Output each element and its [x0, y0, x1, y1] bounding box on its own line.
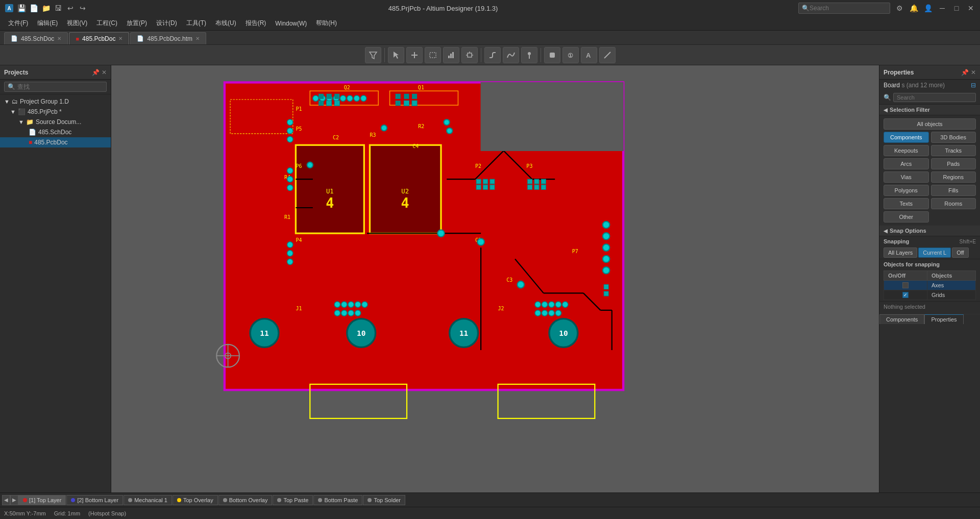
- tab-schDoc[interactable]: 📄 485.SchDoc ✕: [4, 32, 68, 44]
- pin-panel-icon[interactable]: 📌: [92, 69, 100, 76]
- minimize-button[interactable]: ─: [937, 3, 947, 13]
- layer-top-paste[interactable]: Top Paste: [273, 495, 313, 505]
- components-tab-btn[interactable]: Components: [879, 314, 924, 324]
- menu-place[interactable]: 放置(P): [122, 18, 151, 29]
- tracks-button[interactable]: Tracks: [931, 145, 976, 156]
- redo-icon[interactable]: ↪: [78, 3, 88, 13]
- axes-cb[interactable]: [902, 282, 909, 288]
- global-search-input[interactable]: [810, 5, 881, 12]
- tree-item-project-group[interactable]: ▼ 🗂 Project Group 1.D: [0, 96, 111, 107]
- polygons-button[interactable]: Polygons: [884, 185, 929, 196]
- layer-top[interactable]: [1] Top Layer: [18, 495, 66, 505]
- pin-properties-icon[interactable]: 📌: [961, 69, 969, 76]
- menu-file[interactable]: 文件(F): [4, 18, 32, 29]
- tree-item-pcbdoc[interactable]: ■ 485.PcbDoc: [0, 137, 111, 147]
- vias-button[interactable]: Vias: [884, 171, 929, 183]
- new-icon[interactable]: 📄: [29, 3, 39, 13]
- components-button[interactable]: Components: [884, 132, 929, 143]
- svg-rect-55: [396, 94, 401, 99]
- properties-tab-btn[interactable]: Properties: [924, 314, 963, 324]
- chart-button[interactable]: [443, 47, 459, 63]
- current-layer-button[interactable]: Current L: [918, 248, 951, 258]
- top-solder-dot: [368, 498, 372, 502]
- maximize-button[interactable]: □: [951, 3, 962, 13]
- other-button[interactable]: Other: [884, 211, 929, 223]
- layer-bottom-overlay[interactable]: Bottom Overlay: [218, 495, 273, 505]
- menu-route[interactable]: 布线(U): [211, 18, 240, 29]
- menu-help[interactable]: 帮助(H): [312, 18, 341, 29]
- expand-icon: ▼: [4, 98, 10, 105]
- fills-button[interactable]: Fills: [931, 185, 976, 196]
- save-all-icon[interactable]: 🖫: [53, 3, 63, 13]
- tab-pcbDoc[interactable]: ■ 485.PcbDoc ✕: [69, 32, 129, 44]
- pin-button[interactable]: [521, 47, 537, 63]
- rect-select-button[interactable]: [425, 47, 441, 63]
- keepouts-button[interactable]: Keepouts: [884, 145, 929, 156]
- properties-search-input[interactable]: [893, 93, 976, 102]
- layer-top-solder[interactable]: Top Solder: [363, 495, 405, 505]
- rooms-button[interactable]: Rooms: [931, 198, 976, 209]
- tab-close-schDoc[interactable]: ✕: [57, 36, 61, 41]
- pcb-canvas[interactable]: U1 U2 4 4 Q2 Q1 P5 P6 P4 R4 R1 P1 C2 C4 …: [111, 65, 879, 492]
- line-button[interactable]: [599, 47, 616, 63]
- svg-point-140: [603, 267, 609, 274]
- menu-window[interactable]: Window(W): [271, 19, 311, 28]
- layer-nav-right[interactable]: ▶: [10, 495, 18, 505]
- snap-grids-checkbox[interactable]: ✓: [884, 290, 927, 300]
- regions-button[interactable]: Regions: [931, 171, 976, 183]
- project-search-input[interactable]: [17, 83, 89, 90]
- close-properties-icon[interactable]: ✕: [971, 69, 976, 76]
- tab-close-pcbDoc[interactable]: ✕: [118, 36, 122, 41]
- number-button[interactable]: ①: [562, 47, 579, 63]
- place-plus-button[interactable]: [406, 47, 423, 63]
- layer-mechanical[interactable]: Mechanical 1: [124, 495, 172, 505]
- tree-item-schdoc[interactable]: 📄 485.SchDoc: [0, 127, 111, 137]
- save-icon[interactable]: 💾: [16, 3, 27, 13]
- layer-bottom-paste[interactable]: Bottom Paste: [313, 495, 362, 505]
- schdoc-label: 485.SchDoc: [38, 129, 71, 136]
- settings-icon[interactable]: ⚙: [894, 3, 904, 13]
- tree-item-prjpcb[interactable]: ▼ ⬛ 485.PrjPcb *: [0, 107, 111, 117]
- menu-edit[interactable]: 编辑(E): [33, 18, 62, 29]
- layer-nav-left[interactable]: ◀: [2, 495, 10, 505]
- svg-text:P7: P7: [572, 249, 578, 254]
- filter-button[interactable]: [365, 47, 381, 63]
- layer-bar: ◀ ▶ [1] Top Layer [2] Bottom Layer Mecha…: [0, 492, 980, 507]
- undo-icon[interactable]: ↩: [65, 3, 76, 13]
- arcs-button[interactable]: Arcs: [884, 158, 929, 169]
- pads-button[interactable]: Pads: [931, 158, 976, 169]
- user-icon[interactable]: 👤: [923, 3, 933, 13]
- svg-point-112: [362, 302, 368, 307]
- grids-cb[interactable]: ✓: [902, 292, 909, 298]
- menu-tools[interactable]: 工具(T): [182, 18, 210, 29]
- menu-design[interactable]: 设计(D): [152, 18, 181, 29]
- global-search-box[interactable]: 🔍: [798, 3, 890, 14]
- all-objects-button[interactable]: All objects: [884, 118, 976, 130]
- open-icon[interactable]: 📁: [41, 3, 51, 13]
- snapping-label: Snapping: [884, 238, 909, 244]
- off-button[interactable]: Off: [952, 248, 968, 258]
- component-button[interactable]: [461, 47, 478, 63]
- layer-top-overlay[interactable]: Top Overlay: [173, 495, 218, 505]
- pad-button[interactable]: [544, 47, 560, 63]
- tab-close-pcbDocHtm[interactable]: ✕: [195, 36, 200, 41]
- interactive-route-button[interactable]: [503, 47, 519, 63]
- select-button[interactable]: [388, 47, 404, 63]
- menu-view[interactable]: 视图(V): [63, 18, 91, 29]
- tree-item-source[interactable]: ▼ 📁 Source Docum...: [0, 117, 111, 127]
- 3d-bodies-button[interactable]: 3D Bodies: [931, 132, 976, 143]
- menu-report[interactable]: 报告(R): [241, 18, 271, 29]
- close-button[interactable]: ✕: [966, 3, 976, 13]
- filter-icon[interactable]: ⊟: [971, 82, 976, 89]
- notifications-icon[interactable]: 🔔: [909, 3, 919, 13]
- close-panel-icon[interactable]: ✕: [102, 69, 107, 76]
- text-button[interactable]: A: [581, 47, 597, 63]
- tab-pcbDocHtm[interactable]: 📄 485.PcbDoc.htm ✕: [130, 32, 206, 44]
- snap-axes-checkbox[interactable]: [884, 281, 927, 290]
- texts-button[interactable]: Texts: [884, 198, 929, 209]
- layer-bottom[interactable]: [2] Bottom Layer: [66, 495, 123, 505]
- menu-project[interactable]: 工程(C): [92, 18, 121, 29]
- snap-axes-label: Axes: [927, 281, 975, 290]
- route-button[interactable]: [484, 47, 501, 63]
- all-layers-button[interactable]: All Layers: [884, 248, 917, 258]
